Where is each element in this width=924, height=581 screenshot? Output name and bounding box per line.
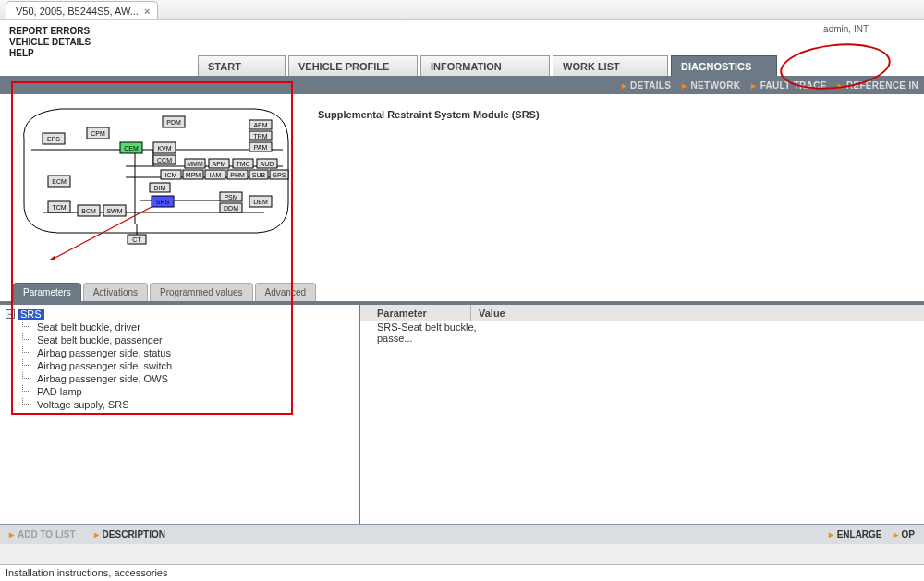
- statusbar: Installation instructions, accessories: [0, 564, 924, 581]
- tree-item[interactable]: PAD lamp: [31, 385, 354, 398]
- browser-tab[interactable]: V50, 2005, B5244S5, AW... ×: [6, 1, 158, 19]
- tree-list: Seat belt buckle, driver Seat belt buckl…: [31, 321, 354, 411]
- left-menu: REPORT ERRORS VEHICLE DETAILS HELP: [0, 22, 198, 76]
- top-bar: REPORT ERRORS VEHICLE DETAILS HELP START…: [0, 20, 924, 76]
- tree-root-label: SRS: [18, 309, 44, 320]
- sublink-details[interactable]: DETAILS: [622, 80, 671, 91]
- tree-root[interactable]: − SRS: [6, 309, 354, 320]
- action-bar: ADD TO LIST DESCRIPTION ENLARGE OP: [0, 524, 924, 544]
- svg-text:TCM: TCM: [52, 204, 66, 211]
- tab-activations[interactable]: Activations: [83, 283, 148, 301]
- nav-information[interactable]: INFORMATION: [420, 55, 550, 76]
- content-split: − SRS Seat belt buckle, driver Seat belt…: [0, 301, 924, 524]
- svg-text:MPM: MPM: [186, 172, 201, 178]
- menu-vehicle-details[interactable]: VEHICLE DETAILS: [9, 37, 188, 47]
- sub-nav: DETAILS NETWORK FAULT TRACE REFERENCE IN: [0, 76, 924, 94]
- svg-text:AEM: AEM: [253, 122, 267, 128]
- svg-text:KVM: KVM: [157, 145, 171, 151]
- svg-text:ECM: ECM: [52, 178, 67, 185]
- svg-text:TRM: TRM: [253, 133, 267, 139]
- description-button[interactable]: DESCRIPTION: [94, 529, 165, 539]
- enlarge-button[interactable]: ENLARGE: [829, 529, 882, 539]
- tree-item[interactable]: Voltage supply, SRS: [31, 398, 354, 411]
- nav-tabs: START VEHICLE PROFILE INFORMATION WORK L…: [198, 55, 924, 76]
- collapse-icon[interactable]: −: [6, 309, 15, 319]
- svg-text:CT: CT: [132, 236, 141, 243]
- cell-parameter: SRS-Seat belt buckle, passe...: [360, 321, 508, 338]
- menu-help[interactable]: HELP: [9, 48, 188, 58]
- tab-title: V50, 2005, B5244S5, AW...: [16, 6, 139, 17]
- table-header: Parameter Value: [360, 305, 924, 321]
- svg-text:PDM: PDM: [166, 119, 181, 126]
- svg-text:SUB: SUB: [252, 172, 266, 178]
- sublink-network[interactable]: NETWORK: [682, 80, 740, 91]
- svg-text:PAM: PAM: [254, 144, 268, 151]
- close-icon[interactable]: ×: [144, 6, 150, 17]
- browser-tab-strip: V50, 2005, B5244S5, AW... ×: [0, 0, 924, 20]
- svg-text:CCM: CCM: [157, 157, 172, 163]
- tree-item[interactable]: Airbag passenger side, OWS: [31, 372, 354, 385]
- cell-value: [508, 321, 924, 338]
- module-title: Supplemental Restraint System Module (SR…: [309, 98, 540, 281]
- svg-text:PSM: PSM: [224, 194, 237, 200]
- svg-text:CPM: CPM: [91, 130, 105, 137]
- svg-marker-67: [46, 255, 55, 260]
- th-parameter[interactable]: Parameter: [360, 305, 471, 321]
- upper-row: EPS CPM PDM AEM TRM PAM CEM KVM CCM MMM …: [0, 94, 924, 281]
- nav-vehicle-profile[interactable]: VEHICLE PROFILE: [288, 55, 418, 76]
- svg-text:DIM: DIM: [154, 185, 166, 191]
- svg-text:TMC: TMC: [236, 161, 249, 167]
- svg-text:PHM: PHM: [230, 172, 245, 178]
- tab-parameters[interactable]: Parameters: [13, 283, 81, 301]
- main-area: EPS CPM PDM AEM TRM PAM CEM KVM CCM MMM …: [0, 94, 924, 544]
- svg-text:DDM: DDM: [224, 205, 238, 212]
- gap: [0, 544, 924, 564]
- nav-start[interactable]: START: [198, 55, 286, 76]
- tree-item[interactable]: Seat belt buckle, driver: [31, 321, 354, 333]
- table-row[interactable]: SRS-Seat belt buckle, passe...: [360, 321, 924, 338]
- tab-programmed-values[interactable]: Programmed values: [150, 283, 252, 301]
- sublink-reference[interactable]: REFERENCE IN: [838, 80, 918, 91]
- nav-wrap: START VEHICLE PROFILE INFORMATION WORK L…: [198, 22, 924, 76]
- svg-text:GPS: GPS: [273, 172, 286, 178]
- svg-text:DEM: DEM: [253, 199, 268, 205]
- th-value[interactable]: Value: [471, 305, 924, 321]
- tree-item[interactable]: Airbag passenger side, switch: [31, 359, 354, 372]
- svg-text:CEM: CEM: [124, 145, 139, 151]
- menu-report-errors[interactable]: REPORT ERRORS: [9, 26, 188, 36]
- sublink-fault-trace[interactable]: FAULT TRACE: [751, 80, 826, 91]
- svg-text:SRS: SRS: [156, 199, 170, 205]
- tree-item[interactable]: Airbag passenger side, status: [31, 346, 354, 359]
- svg-text:AFM: AFM: [213, 161, 226, 167]
- user-label: admin, INT: [823, 24, 869, 34]
- tree-item[interactable]: Seat belt buckle, passenger: [31, 333, 354, 346]
- svg-text:ICM: ICM: [165, 172, 177, 178]
- svg-text:BCM: BCM: [81, 208, 96, 214]
- add-to-list-button[interactable]: ADD TO LIST: [9, 529, 76, 539]
- nav-work-list[interactable]: WORK LIST: [553, 55, 668, 76]
- svg-text:SWM: SWM: [106, 208, 122, 214]
- module-diagram[interactable]: EPS CPM PDM AEM TRM PAM CEM KVM CCM MMM …: [4, 98, 309, 281]
- op-button[interactable]: OP: [894, 529, 915, 539]
- svg-text:AUD: AUD: [261, 161, 274, 167]
- svg-text:IAM: IAM: [210, 172, 222, 178]
- tab-advanced[interactable]: Advanced: [255, 283, 316, 301]
- param-tabs: Parameters Activations Programmed values…: [0, 283, 924, 301]
- parameter-table: Parameter Value SRS-Seat belt buckle, pa…: [360, 305, 924, 524]
- network-svg: EPS CPM PDM AEM TRM PAM CEM KVM CCM MMM …: [15, 103, 292, 260]
- parameter-tree[interactable]: − SRS Seat belt buckle, driver Seat belt…: [0, 305, 360, 524]
- svg-text:EPS: EPS: [47, 136, 60, 142]
- nav-diagnostics[interactable]: DIAGNOSTICS: [671, 55, 777, 76]
- svg-text:MMM: MMM: [187, 161, 203, 167]
